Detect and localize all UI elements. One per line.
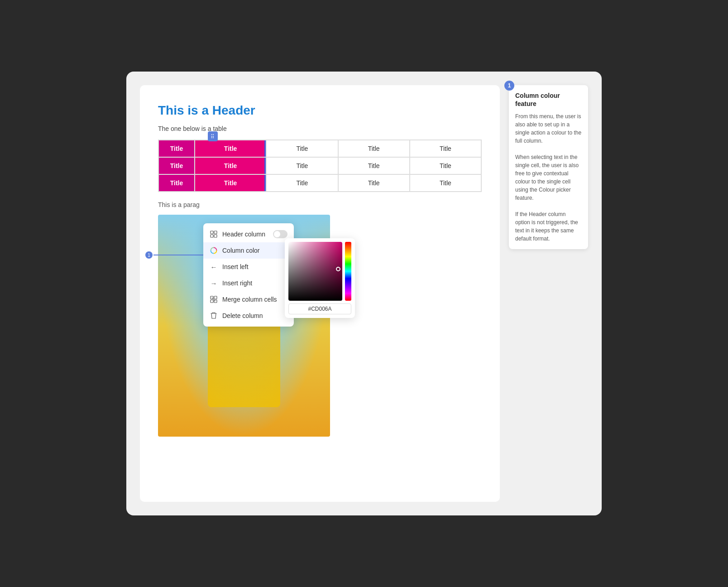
context-menu: Header column bbox=[203, 223, 294, 327]
header-column-toggle[interactable] bbox=[273, 230, 287, 238]
table-cell[interactable]: Title bbox=[158, 157, 195, 174]
menu-item-merge-cells[interactable]: Merge column cells bbox=[203, 291, 294, 308]
table-cell-highlighted[interactable]: Title bbox=[195, 140, 266, 157]
table-drag-handle[interactable]: ⠿ bbox=[208, 131, 218, 141]
svg-rect-2 bbox=[211, 235, 213, 237]
menu-item-label: Insert right bbox=[222, 279, 252, 287]
color-gradient-inner bbox=[288, 242, 342, 301]
table-cell[interactable]: Title bbox=[410, 157, 481, 174]
menu-item-label: Merge column cells bbox=[222, 296, 277, 303]
svg-line-9 bbox=[212, 298, 216, 301]
menu-item-label: Column color bbox=[222, 247, 259, 254]
menu-item-header-column[interactable]: Header column bbox=[203, 226, 294, 242]
menu-item-label: Delete column bbox=[222, 312, 263, 319]
annotation-title: Column colour feature bbox=[515, 91, 582, 108]
merge-icon bbox=[210, 295, 218, 303]
arrow-left-icon: ← bbox=[210, 263, 218, 271]
menu-item-delete-column[interactable]: Delete column bbox=[203, 308, 294, 324]
connector-dot: 1 bbox=[145, 251, 153, 259]
main-content: This is a Header The one below is a tabl… bbox=[140, 85, 500, 502]
table-wrapper: ⠿ 1 Title Title Title Title Title Title … bbox=[158, 140, 482, 192]
table-icon bbox=[210, 230, 218, 238]
table-cell[interactable]: Title bbox=[338, 157, 410, 174]
drag-handle-icon: ⠿ bbox=[211, 134, 215, 140]
menu-item-label: Insert left bbox=[222, 263, 249, 270]
outer-card: This is a Header The one below is a tabl… bbox=[126, 72, 602, 515]
table-cell[interactable]: Title bbox=[266, 157, 338, 174]
color-gradient-dark bbox=[288, 242, 342, 301]
table-cell[interactable]: Title bbox=[158, 174, 195, 192]
table-cell[interactable]: Title bbox=[158, 140, 195, 157]
arrow-right-icon: → bbox=[210, 279, 218, 287]
page-subtitle: The one below is a table bbox=[158, 125, 482, 132]
svg-rect-1 bbox=[214, 231, 217, 234]
page-title: This is a Header bbox=[158, 103, 482, 118]
menu-item-insert-left[interactable]: ← Insert left bbox=[203, 259, 294, 275]
paragraph-text: This is a parag bbox=[158, 201, 482, 208]
annotation-card: 1 Column colour feature From this menu, … bbox=[509, 85, 588, 249]
annotation-text: From this menu, the user is also able to… bbox=[515, 112, 582, 243]
table-cell-highlighted[interactable]: Title bbox=[195, 157, 266, 174]
table: Title Title Title Title Title Title Titl… bbox=[158, 140, 482, 192]
svg-rect-3 bbox=[214, 235, 217, 237]
color-hex-input[interactable] bbox=[288, 303, 351, 314]
table-cell[interactable]: Title bbox=[338, 140, 410, 157]
color-cursor bbox=[336, 267, 340, 271]
table-cell-highlighted[interactable]: Title bbox=[195, 174, 266, 192]
table-cell[interactable]: Title bbox=[266, 174, 338, 192]
svg-rect-7 bbox=[211, 300, 213, 303]
annotation-badge: 1 bbox=[504, 81, 514, 91]
table-cell[interactable]: Title bbox=[410, 140, 481, 157]
svg-rect-0 bbox=[211, 231, 213, 234]
color-gradient-area[interactable] bbox=[288, 242, 342, 301]
table-cell[interactable]: Title bbox=[338, 174, 410, 192]
svg-rect-6 bbox=[214, 296, 217, 299]
color-wheel-icon bbox=[210, 246, 218, 255]
table-cell[interactable]: Title bbox=[266, 140, 338, 157]
trash-icon bbox=[210, 312, 218, 320]
menu-item-label: Header column bbox=[222, 231, 265, 238]
color-picker-popup bbox=[285, 238, 355, 318]
connector-line: 1 bbox=[153, 255, 208, 255]
menu-item-column-color[interactable]: Column color › bbox=[203, 242, 294, 259]
menu-item-insert-right[interactable]: → Insert right bbox=[203, 275, 294, 291]
toggle-knob bbox=[274, 231, 280, 237]
table-cell[interactable]: Title bbox=[410, 174, 481, 192]
right-sidebar: 1 Column colour feature From this menu, … bbox=[509, 85, 588, 502]
color-spectrum-slider[interactable] bbox=[345, 242, 351, 301]
